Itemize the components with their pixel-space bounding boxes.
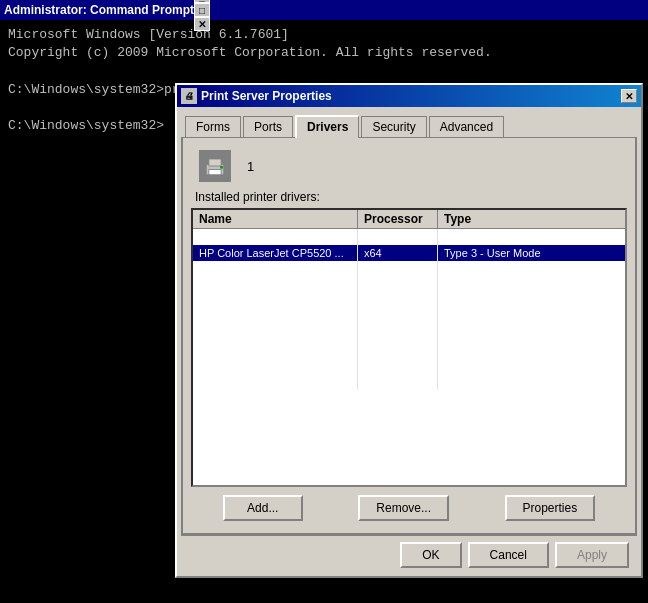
row-type: Type 3 - User Mode <box>438 373 625 389</box>
row-type: Type 3 - User Mode <box>438 277 625 293</box>
apply-button[interactable]: Apply <box>555 542 629 568</box>
row-type: Type 3 - User Mode <box>438 261 625 277</box>
row-name: Remote Desktop Easy Print <box>193 357 358 373</box>
row-processor: x64 <box>358 277 438 293</box>
cmd-title: Administrator: Command Prompt <box>4 3 194 17</box>
table-row[interactable]: HP LaserJet 5200 Series PC... x64 Type 3… <box>193 293 625 309</box>
row-processor: x64 <box>358 293 438 309</box>
cmd-title-bar: Administrator: Command Prompt _ □ ✕ <box>0 0 648 20</box>
table-row[interactable]: HP LaserJet 3390 / 3392 P... x64 Type 3 … <box>193 277 625 293</box>
row-type: Type 3 - User Mode <box>438 309 625 325</box>
svg-rect-1 <box>209 159 221 166</box>
row-name: HP Color LaserJet 2800 Ser... <box>193 229 358 245</box>
row-type: Type 3 - User Mode <box>438 293 625 309</box>
dialog-title-controls: ✕ <box>621 89 637 103</box>
row-type: Type 3 - User Mode <box>438 325 625 341</box>
row-processor: x64 <box>358 341 438 357</box>
row-name: HP Color LaserJet CP5520 ... <box>193 245 358 261</box>
table-header: Name Processor Type <box>193 210 625 229</box>
dialog-body: Forms Ports Drivers Security Advanced <box>177 107 641 576</box>
col-processor[interactable]: Processor <box>358 210 438 228</box>
row-name: HP LaserJet M3027 mfp P... <box>193 309 358 325</box>
ok-button[interactable]: OK <box>400 542 461 568</box>
cmd-maximize-button[interactable]: □ <box>194 3 210 17</box>
tab-ports[interactable]: Ports <box>243 116 293 137</box>
ok-cancel-row: OK Cancel Apply <box>181 535 637 572</box>
table-row[interactable]: HP LaserJet 3050 PCL5 x64 Type 3 - User … <box>193 261 625 277</box>
table-row[interactable]: RICOH Aficio MP 5001 PC... x64 Type 3 - … <box>193 373 625 389</box>
printer-area: 1 <box>191 146 627 186</box>
row-type: Type 3 - User Mode <box>438 229 625 245</box>
print-server-dialog: 🖨 Print Server Properties ✕ Forms Ports … <box>175 83 643 578</box>
row-name: HP LaserJet M5035 mfp P... <box>193 325 358 341</box>
dialog-title: Print Server Properties <box>201 89 332 103</box>
row-name: RICOH Aficio MP 5001 PC... <box>193 373 358 389</box>
sidebar-accounts-text: ce Accounts <box>0 453 59 465</box>
printer-icon <box>199 150 231 182</box>
cancel-button[interactable]: Cancel <box>468 542 549 568</box>
drivers-table: Name Processor Type HP Color LaserJet 28… <box>191 208 627 487</box>
table-row[interactable]: HP Color LaserJet CP5520 ... x64 Type 3 … <box>193 245 625 261</box>
row-processor: x64 <box>358 245 438 261</box>
table-row[interactable]: HP Color LaserJet 2800 Ser... x64 Type 3… <box>193 229 625 245</box>
row-processor: x64 <box>358 357 438 373</box>
row-name: HP LaserJet 3390 / 3392 P... <box>193 277 358 293</box>
printer-number: 1 <box>247 159 254 174</box>
row-name: HP LaserJet 3050 PCL5 <box>193 261 358 277</box>
row-type: Type 3 - User Mode <box>438 245 625 261</box>
dialog-title-icon: 🖨 <box>181 88 197 104</box>
tab-drivers[interactable]: Drivers <box>295 115 359 138</box>
remove-button[interactable]: Remove... <box>358 495 449 521</box>
col-name[interactable]: Name <box>193 210 358 228</box>
col-type[interactable]: Type <box>438 210 625 228</box>
row-name: Microsoft XPS Document ... <box>193 341 358 357</box>
table-row[interactable]: HP LaserJet M3027 mfp P... x64 Type 3 - … <box>193 309 625 325</box>
installed-label: Installed printer drivers: <box>191 190 627 204</box>
cmd-line1: Microsoft Windows [Version 6.1.7601] <box>8 26 640 44</box>
properties-button[interactable]: Properties <box>505 495 596 521</box>
row-processor: x64 <box>358 229 438 245</box>
table-body: HP Color LaserJet 2800 Ser... x64 Type 3… <box>193 229 625 482</box>
row-processor: x64 <box>358 373 438 389</box>
tab-advanced[interactable]: Advanced <box>429 116 504 137</box>
tab-forms[interactable]: Forms <box>185 116 241 137</box>
row-processor: x64 <box>358 309 438 325</box>
table-row[interactable]: Remote Desktop Easy Print x64 Type 3 - U… <box>193 357 625 373</box>
sidebar-monitors-text: yMonitors <box>0 545 48 557</box>
dialog-title-bar: 🖨 Print Server Properties ✕ <box>177 85 641 107</box>
svg-rect-3 <box>220 166 223 169</box>
tab-security[interactable]: Security <box>361 116 426 137</box>
table-row[interactable]: HP LaserJet M5035 mfp P... x64 Type 3 - … <box>193 325 625 341</box>
tab-bar: Forms Ports Drivers Security Advanced <box>181 111 637 137</box>
cmd-line3 <box>8 62 640 80</box>
row-name: HP LaserJet 5200 Series PC... <box>193 293 358 309</box>
svg-rect-2 <box>209 170 221 175</box>
row-type: Type 3 - User Mode <box>438 357 625 373</box>
row-processor: x64 <box>358 261 438 277</box>
row-processor: x64 <box>358 325 438 341</box>
action-buttons-row: Add... Remove... Properties <box>191 487 627 525</box>
cmd-line2: Copyright (c) 2009 Microsoft Corporation… <box>8 44 640 62</box>
add-button[interactable]: Add... <box>223 495 303 521</box>
table-row[interactable]: Microsoft XPS Document ... x64 Type 3 - … <box>193 341 625 357</box>
drivers-tab-panel: 1 Installed printer drivers: Name Proces… <box>181 137 637 535</box>
row-type: Type 3 - User Mode <box>438 341 625 357</box>
dialog-close-button[interactable]: ✕ <box>621 89 637 103</box>
